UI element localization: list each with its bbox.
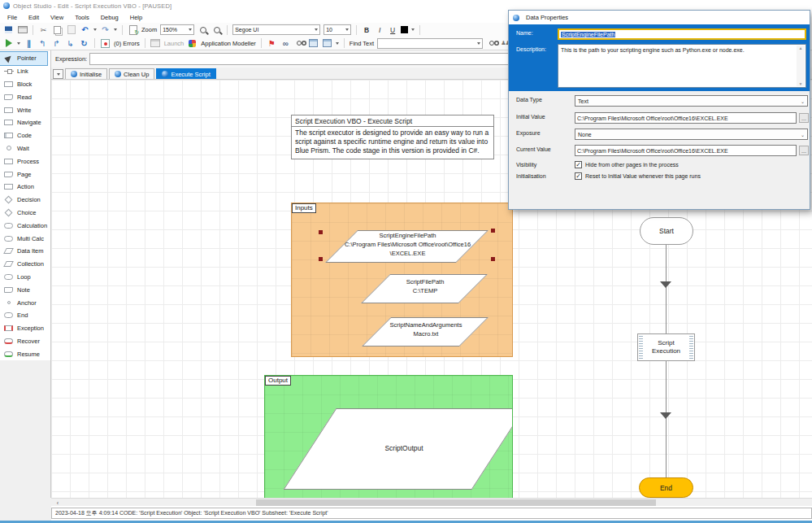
step-over-icon[interactable]: [51, 38, 62, 49]
toolbox-item-choice[interactable]: Choice: [0, 207, 50, 220]
start-stage[interactable]: Start: [640, 217, 693, 245]
current-value-input[interactable]: C:\Program Files\Microsoft Office\root\O…: [575, 145, 797, 156]
initialisation-checkbox[interactable]: ✓: [575, 172, 582, 180]
redo-dropdown-caret[interactable]: [114, 28, 117, 31]
italic-button[interactable]: I: [375, 26, 384, 34]
toolbox-item-data-item[interactable]: Data Item: [0, 245, 50, 258]
pause-icon[interactable]: [24, 38, 34, 49]
tab-execute-script[interactable]: Execute Script: [156, 68, 215, 79]
selection-handle[interactable]: [491, 229, 495, 233]
toolbox-item-recover[interactable]: Recover: [0, 335, 50, 348]
find-text-combobox[interactable]: [377, 38, 483, 49]
current-value-browse-button[interactable]: ...: [799, 146, 809, 155]
toolbox-item-calculation[interactable]: Calculation: [0, 219, 50, 232]
toolbox-item-pointer[interactable]: Pointer: [0, 52, 47, 65]
font-color-caret[interactable]: [411, 28, 415, 31]
toolbox-item-read[interactable]: Read: [0, 90, 50, 103]
undo-icon[interactable]: [80, 24, 90, 35]
toolbox-item-page[interactable]: Page: [0, 168, 50, 181]
cut-icon[interactable]: [38, 24, 49, 35]
reset-icon[interactable]: [79, 38, 89, 49]
font-combobox[interactable]: Segoe UI: [232, 24, 320, 35]
export-page-icon[interactable]: [128, 24, 138, 35]
toolbox-item-multi-calc[interactable]: Multi Calc: [0, 232, 50, 245]
font-color-swatch[interactable]: [401, 26, 408, 33]
font-size-combobox[interactable]: 10: [323, 24, 351, 35]
toolbox-item-decision[interactable]: Decision: [0, 194, 50, 207]
save-icon[interactable]: [3, 24, 14, 35]
data-properties-dialog[interactable]: Data Properties Name: ScriptEngineFilePa…: [508, 10, 810, 210]
toolbox-item-note[interactable]: Note: [0, 283, 50, 296]
flag-icon[interactable]: [267, 38, 277, 49]
toolbox-item-loop[interactable]: Loop: [0, 271, 50, 284]
tab-initialise[interactable]: Initialise: [65, 68, 107, 79]
toolbox-item-write[interactable]: Write: [0, 103, 50, 116]
menu-debug[interactable]: Debug: [101, 14, 119, 21]
toolbox-item-collection[interactable]: Collection: [0, 258, 50, 271]
selection-handle[interactable]: [319, 230, 323, 234]
errors-button[interactable]: (0) Errors: [114, 40, 140, 47]
search-sheet-icon[interactable]: [294, 38, 305, 49]
play-dropdown-caret[interactable]: [17, 42, 20, 45]
tab-clean-up[interactable]: Clean Up: [109, 68, 154, 79]
link-stage-to-end[interactable]: [666, 361, 667, 477]
copy-icon[interactable]: [52, 24, 63, 35]
zoom-out-icon[interactable]: [214, 27, 220, 33]
selection-handle[interactable]: [319, 257, 323, 261]
data-type-combobox[interactable]: Text ⌄: [575, 95, 808, 107]
menu-view[interactable]: View: [50, 14, 63, 21]
toolbox-item-anchor[interactable]: Anchor: [0, 296, 50, 309]
layout-icon[interactable]: [322, 38, 332, 49]
selection-handle[interactable]: [491, 257, 495, 261]
canvas-horizontal-scrollbar[interactable]: ‹: [51, 498, 812, 506]
panel-icon[interactable]: [308, 38, 319, 49]
scroll-left-button[interactable]: ‹: [53, 499, 63, 507]
menu-file[interactable]: File: [7, 14, 17, 21]
breakpoint-icon[interactable]: [100, 38, 111, 49]
panel-dropdown-caret[interactable]: [336, 42, 339, 45]
link-start-to-stage[interactable]: [666, 245, 667, 333]
print-icon[interactable]: [17, 24, 28, 35]
toolbox-item-process[interactable]: Process: [0, 155, 50, 168]
menu-tools[interactable]: Tools: [75, 14, 89, 21]
scrollbar-thumb[interactable]: [256, 499, 656, 506]
inputs-block[interactable]: ScriptEngineFilePath C:\Program Files\Mi…: [291, 203, 513, 357]
scroll-down-icon[interactable]: ▼: [799, 81, 803, 86]
exposure-combobox[interactable]: None ⌄: [575, 129, 808, 140]
scroll-up-icon[interactable]: ▲: [799, 46, 803, 50]
play-icon[interactable]: [3, 38, 14, 49]
toolbox-item-exception[interactable]: Exception: [0, 322, 50, 335]
initial-value-browse-button[interactable]: ...: [799, 113, 809, 123]
menu-help[interactable]: Help: [130, 14, 142, 21]
find-next-icon[interactable]: [486, 38, 497, 49]
dialog-titlebar[interactable]: Data Properties: [509, 11, 810, 24]
zoom-in-icon[interactable]: [200, 27, 206, 33]
toolbox-item-end[interactable]: End: [0, 309, 50, 322]
toolbox-item-navigate[interactable]: Navigate: [0, 116, 50, 129]
underline-button[interactable]: U: [388, 26, 397, 34]
name-field[interactable]: ScriptEngineFilePath: [558, 28, 806, 40]
output-block[interactable]: ScriptOutput Output: [264, 375, 513, 498]
page-description-box[interactable]: Script Execution VBO - Execute Script Th…: [291, 115, 494, 159]
toolbox-item-action[interactable]: Action: [0, 181, 50, 194]
application-modeller-button[interactable]: Application Modeller: [201, 40, 256, 47]
menu-edit[interactable]: Edit: [28, 14, 39, 21]
toolbox-item-block[interactable]: Block: [0, 78, 50, 91]
undo-dropdown-caret[interactable]: [93, 28, 97, 31]
tab-list-dropdown-button[interactable]: [53, 69, 63, 79]
redo-icon[interactable]: [100, 24, 111, 35]
toolbox-item-link[interactable]: Link: [0, 65, 50, 78]
toolbox-item-wait[interactable]: Wait: [0, 142, 50, 155]
zoom-combobox[interactable]: 150%: [160, 24, 194, 35]
toolbox-item-resume[interactable]: Resume: [0, 347, 50, 360]
bold-button[interactable]: B: [362, 26, 371, 34]
description-textarea[interactable]: This is the path to your scripting engin…: [558, 44, 806, 88]
step-in-icon[interactable]: [37, 38, 48, 49]
step-out-icon[interactable]: [65, 38, 76, 49]
code-stage-script-execution[interactable]: Script Execution: [637, 333, 695, 361]
end-stage[interactable]: End: [639, 477, 693, 498]
watch-icon[interactable]: [280, 38, 291, 49]
textarea-scrollbar[interactable]: ▲ ▼: [797, 46, 805, 86]
visibility-checkbox[interactable]: ✓: [575, 161, 582, 168]
initial-value-input[interactable]: C:\Program Files\Microsoft Office\root\O…: [575, 112, 797, 124]
